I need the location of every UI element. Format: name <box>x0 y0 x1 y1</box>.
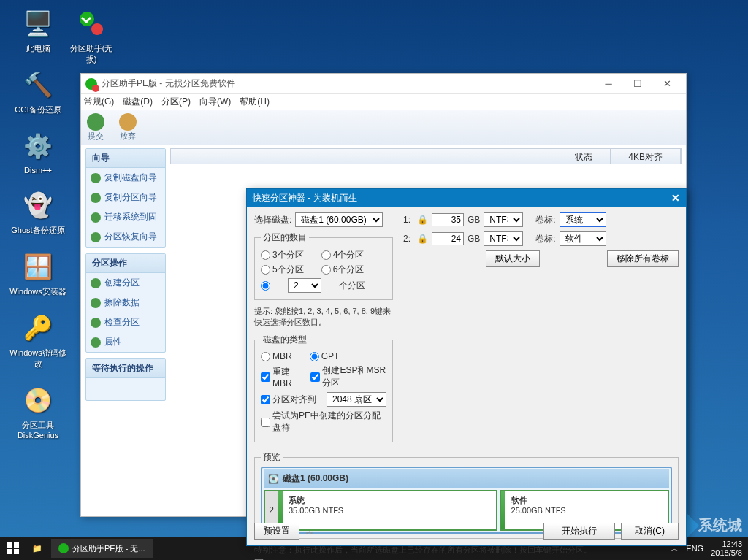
wizard-panel: 向导 复制磁盘向导复制分区向导迁移系统到固分区恢复向导 <box>85 148 166 248</box>
dialog-title: 快速分区神器 - 为装机而生 <box>253 192 671 204</box>
desktop-icon-5[interactable]: Windows安装器 <box>9 249 67 297</box>
disk-type-group: 磁盘的类型 MBR GPT 重建MBR 创建ESP和MSR分区 分区对齐到 20… <box>254 334 393 442</box>
check-try-pe[interactable]: 尝试为PE中创建的分区分配盘符 <box>261 410 386 434</box>
col-align: 4KB对齐 <box>611 149 681 164</box>
ops-item-3[interactable]: 属性 <box>86 332 165 352</box>
default-size-button[interactable]: 默认大小 <box>486 250 540 267</box>
tray-date[interactable]: 2018/5/8 <box>711 548 742 557</box>
partition-list-header: 状态 4KB对齐 <box>170 148 682 164</box>
desktop-icon-2[interactable]: CGI备份还原 <box>9 67 67 115</box>
type-legend: 磁盘的类型 <box>261 334 309 346</box>
remove-labels-button[interactable]: 移除所有卷标 <box>607 250 679 267</box>
preset-button[interactable]: 预设置 <box>254 523 299 540</box>
title-bar: 分区助手PE版 - 无损分区免费软件 ─ ☐ ✕ <box>81 74 686 94</box>
minimize-button[interactable]: ─ <box>594 76 623 92</box>
start-button[interactable] <box>0 537 26 560</box>
tray-time[interactable]: 12:43 <box>711 540 742 548</box>
ops-panel-head: 分区操作 <box>86 254 165 273</box>
toolbar-commit[interactable]: 提交 <box>87 113 104 142</box>
close-button[interactable]: ✕ <box>652 76 682 92</box>
check-align[interactable]: 分区对齐到 <box>261 394 316 406</box>
preview-legend: 预览 <box>261 451 283 464</box>
wizard-panel-head: 向导 <box>86 149 165 168</box>
watermark: 系统城 <box>678 515 742 535</box>
ops-item-0[interactable]: 创建分区 <box>86 273 165 293</box>
svg-rect-3 <box>14 549 19 554</box>
lock-icon: 🔒 <box>417 234 428 244</box>
dialog-close-button[interactable]: ✕ <box>671 192 680 204</box>
menu-item-2[interactable]: 分区(P) <box>161 96 191 108</box>
partition-row-1: 1: 🔒 GB NTFS 卷标: 系统 <box>403 212 679 227</box>
radio-5[interactable]: 5个分区 <box>261 264 304 276</box>
col-status: 状态 <box>557 149 611 164</box>
desktop-icon-3[interactable]: Dism++ <box>9 129 67 174</box>
partition-count-group: 分区的数目 3个分区 4个分区 5个分区 6个分区 2 个分区 <box>254 231 393 300</box>
start-button[interactable]: 开始执行 <box>543 523 615 540</box>
menu-item-4[interactable]: 帮助(H) <box>240 96 270 108</box>
check-rebuild-mbr[interactable]: 重建MBR <box>261 366 300 388</box>
check-create-esp[interactable]: 创建ESP和MSR分区 <box>310 364 386 389</box>
wizard-item-1[interactable]: 复制分区向导 <box>86 188 165 207</box>
align-select[interactable]: 2048 扇区 <box>327 392 386 407</box>
size-input-1[interactable] <box>432 213 464 226</box>
ops-item-2[interactable]: 检查分区 <box>86 312 165 332</box>
fs-select-1[interactable]: NTFS <box>484 212 523 227</box>
menu-bar: 常规(G)磁盘(D)分区(P)向导(W)帮助(H) <box>81 94 686 110</box>
desktop-icon-7[interactable]: 分区工具DiskGenius <box>9 383 67 440</box>
chevron-icon: ︽ <box>305 525 314 537</box>
dialog-title-bar: 快速分区神器 - 为装机而生 ✕ <box>247 189 686 207</box>
label-select-2[interactable]: 软件 <box>560 231 606 246</box>
window-title: 分区助手PE版 - 无损分区免费软件 <box>102 77 594 90</box>
disk-select[interactable]: 磁盘1 (60.00GB) <box>295 212 383 227</box>
custom-count-select[interactable]: 2 <box>288 278 321 293</box>
desktop-icon-4[interactable]: Ghost备份还原 <box>9 188 67 236</box>
count-legend: 分区的数目 <box>261 231 309 244</box>
radio-6[interactable]: 6个分区 <box>321 264 365 276</box>
menu-item-3[interactable]: 向导(W) <box>199 96 231 108</box>
radio-3[interactable]: 3个分区 <box>261 249 304 261</box>
ops-item-1[interactable]: 擦除数据 <box>86 293 165 312</box>
label: 分区助手(无损) <box>67 43 115 65</box>
quick-partition-dialog: 快速分区神器 - 为装机而生 ✕ 选择磁盘: 磁盘1 (60.00GB) 分区的… <box>246 188 687 546</box>
taskbar-explorer-icon[interactable]: 📁 <box>26 544 48 553</box>
partition-row-2: 2: 🔒 GB NTFS 卷标: 软件 <box>403 231 679 246</box>
toolbar: 提交 放弃 <box>81 110 686 145</box>
menu-item-0[interactable]: 常规(G) <box>84 96 114 108</box>
preview-disk-header: 💽 磁盘1 (60.00GB) <box>264 469 669 488</box>
app-icon <box>85 78 97 90</box>
desktop-icon-partition[interactable]: 分区助手(无损) <box>67 6 115 65</box>
taskbar-app[interactable]: 分区助手PE版 - 无... <box>51 539 153 558</box>
disk-select-label: 选择磁盘: <box>254 214 291 226</box>
fs-select-2[interactable]: NTFS <box>484 231 523 246</box>
disk-icon: 💽 <box>268 474 279 484</box>
svg-rect-1 <box>14 542 19 548</box>
radio-4[interactable]: 4个分区 <box>321 249 365 261</box>
desktop-icon-0[interactable]: 此电脑 <box>9 6 67 54</box>
wizard-item-0[interactable]: 复制磁盘向导 <box>86 168 165 188</box>
toolbar-discard[interactable]: 放弃 <box>119 113 137 142</box>
pending-panel: 等待执行的操作 <box>85 358 166 401</box>
tray-lang[interactable]: ENG <box>686 544 703 553</box>
custom-count-suffix: 个分区 <box>339 280 365 292</box>
wizard-item-2[interactable]: 迁移系统到固 <box>86 207 165 227</box>
svg-rect-2 <box>7 549 12 554</box>
label-select-1[interactable]: 系统 <box>560 212 606 227</box>
radio-mbr[interactable]: MBR <box>261 351 292 361</box>
pending-panel-head: 等待执行的操作 <box>86 359 165 378</box>
size-input-2[interactable] <box>432 232 464 245</box>
warning-text: 特别注意：执行此操作后，当前所选磁盘上已经存在的所有分区将被删除！按回车键开始分… <box>254 545 679 556</box>
radio-custom[interactable] <box>261 281 270 291</box>
cancel-button[interactable]: 取消(C) <box>621 523 679 540</box>
radio-gpt[interactable]: GPT <box>310 351 340 361</box>
ops-panel: 分区操作 创建分区擦除数据检查分区属性 <box>85 253 166 353</box>
desktop-icon-6[interactable]: Windows密码修改 <box>9 310 67 369</box>
menu-item-1[interactable]: 磁盘(D) <box>123 96 153 108</box>
hint-text: 提示: 您能按1, 2, 3, 4, 5, 6, 7, 8, 9键来快速选择分区… <box>254 306 393 328</box>
lock-icon: 🔒 <box>417 215 428 225</box>
maximize-button[interactable]: ☐ <box>623 76 652 92</box>
wizard-item-3[interactable]: 分区恢复向导 <box>86 227 165 247</box>
svg-rect-0 <box>7 542 12 548</box>
